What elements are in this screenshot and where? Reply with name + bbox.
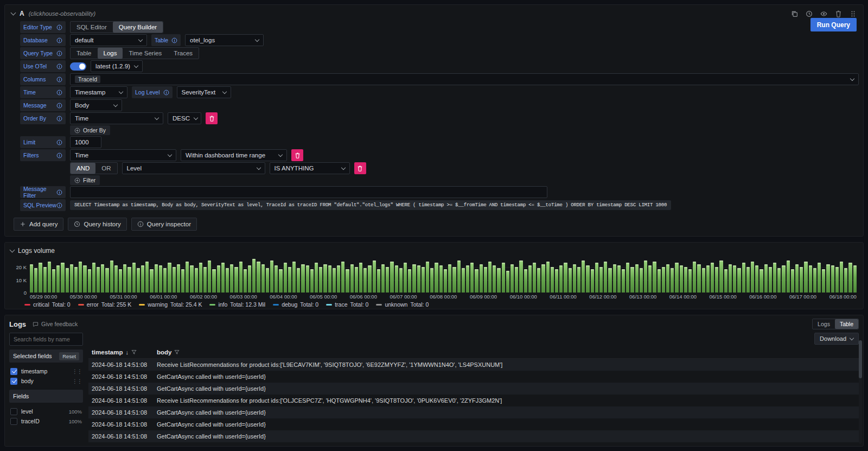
log-row[interactable]: 2024-06-18 14:51:08GetCartAsync called w… xyxy=(88,383,859,395)
field-traceid[interactable]: traceID 100% xyxy=(9,416,83,426)
order-direction-select[interactable]: DESC xyxy=(168,112,201,124)
volume-bar xyxy=(604,262,607,293)
view-toggle-logs[interactable]: Logs xyxy=(813,319,835,329)
add-order-by-button[interactable]: Order By xyxy=(70,125,110,135)
filter2-field-select[interactable]: Level xyxy=(122,162,265,174)
query-type-traces[interactable]: Traces xyxy=(168,48,199,59)
volume-bar xyxy=(577,267,580,293)
trash-icon xyxy=(357,166,363,171)
columns-multiselect[interactable]: TraceId xyxy=(70,73,859,85)
message-filter-input[interactable] xyxy=(70,186,547,198)
or-button[interactable]: OR xyxy=(95,163,117,174)
volume-bar xyxy=(782,265,785,293)
add-query-button[interactable]: Add query xyxy=(14,218,63,231)
volume-bar xyxy=(653,262,656,293)
legend-series-name: trace xyxy=(335,301,347,308)
add-filter-button[interactable]: Filter xyxy=(70,175,100,185)
volume-bar xyxy=(537,268,540,293)
log-timestamp-cell: 2024-06-18 14:51:08 xyxy=(88,373,157,380)
search-fields-input[interactable] xyxy=(9,333,83,346)
editor-type-row: Editor Type SQL Editor Query Builder xyxy=(20,21,859,33)
filter-funnel-icon[interactable] xyxy=(174,350,180,355)
query-history-button[interactable]: Query history xyxy=(68,218,126,231)
column-header-timestamp[interactable]: timestamp ↓ xyxy=(88,349,157,355)
sort-desc-icon[interactable]: ↓ xyxy=(126,349,129,355)
log-row[interactable]: 2024-06-18 14:51:08GetCartAsync called w… xyxy=(88,418,859,430)
columns-value-chip[interactable]: TraceId xyxy=(75,75,100,83)
otel-version-select[interactable]: latest (1.2.9) xyxy=(91,60,143,72)
and-button[interactable]: AND xyxy=(71,163,95,174)
drag-grip-icon[interactable]: ⋮⋮ xyxy=(72,378,82,384)
limit-input[interactable] xyxy=(70,136,101,148)
query-inspector-button[interactable]: Query inspector xyxy=(131,218,197,231)
query-type-table[interactable]: Table xyxy=(71,48,98,59)
checkbox-checked-icon[interactable] xyxy=(10,368,17,375)
comment-icon xyxy=(33,321,39,327)
legend-item-critical[interactable]: criticalTotal: 0 xyxy=(24,301,71,308)
log-row[interactable]: 2024-06-18 14:51:08Receive ListRecommend… xyxy=(88,359,859,371)
reset-fields-button[interactable]: Reset xyxy=(59,352,79,360)
editor-type-query-builder[interactable]: Query Builder xyxy=(113,22,163,33)
database-select[interactable]: default xyxy=(70,34,147,46)
drag-grip-icon[interactable]: ⋮⋮ xyxy=(72,369,82,374)
view-toggle-table[interactable]: Table xyxy=(835,319,858,329)
history-icon[interactable] xyxy=(806,10,813,17)
log-row[interactable]: 2024-06-18 14:51:08GetCartAsync called w… xyxy=(88,406,859,418)
hide-response-eye-icon[interactable] xyxy=(820,10,827,17)
selected-field-timestamp[interactable]: timestamp ⋮⋮ xyxy=(9,366,83,376)
log-row[interactable]: 2024-06-18 14:51:08Receive ListRecommend… xyxy=(88,395,859,406)
log-row[interactable]: 2024-06-18 14:51:08Receive ListRecommend… xyxy=(88,442,859,443)
scrollbar-thumb[interactable] xyxy=(859,340,862,378)
volume-bar xyxy=(648,265,652,293)
drag-handle-icon[interactable] xyxy=(850,10,857,17)
filter-funnel-icon[interactable] xyxy=(131,350,137,355)
volume-bar xyxy=(368,265,371,293)
run-query-button[interactable]: Run Query xyxy=(810,18,857,31)
use-otel-toggle[interactable] xyxy=(70,62,86,71)
legend-item-info[interactable]: infoTotal: 12.3 Mil xyxy=(209,301,265,308)
give-feedback-link[interactable]: Give feedback xyxy=(33,321,78,327)
download-button[interactable]: Download xyxy=(814,333,859,345)
time-column-select[interactable]: Timestamp xyxy=(70,86,127,98)
volume-bar xyxy=(826,264,829,293)
filter2-operator-select[interactable]: IS ANYTHING xyxy=(270,162,350,174)
log-body-cell: Receive ListRecommendations for product … xyxy=(157,397,859,404)
field-level[interactable]: level 100% xyxy=(9,406,83,416)
legend-item-warning[interactable]: warningTotal: 25.4 K xyxy=(139,301,202,308)
x-tick-label: 06/04 00:00 xyxy=(270,294,297,300)
column-header-body[interactable]: body xyxy=(157,349,859,355)
legend-item-trace[interactable]: traceTotal: 0 xyxy=(326,301,368,308)
legend-item-debug[interactable]: debugTotal: 0 xyxy=(273,301,318,308)
filter1-operator-select[interactable]: Within dashboard time range xyxy=(181,149,287,161)
collapse-chevron-icon[interactable] xyxy=(11,10,16,16)
legend-item-error[interactable]: errorTotal: 255 K xyxy=(78,301,132,308)
query-header-actions xyxy=(791,10,857,17)
query-type-logs[interactable]: Logs xyxy=(98,48,123,59)
order-by-field-select[interactable]: Time xyxy=(70,112,163,124)
duplicate-icon[interactable] xyxy=(791,10,798,17)
remove-query-trash-icon[interactable] xyxy=(835,10,842,17)
checkbox-checked-icon[interactable] xyxy=(10,378,17,385)
log-level-select[interactable]: SeverityText xyxy=(177,86,231,98)
logs-volume-header[interactable]: Logs volume xyxy=(10,246,858,256)
volume-bar xyxy=(181,269,184,293)
log-row[interactable]: 2024-06-18 14:51:08GetCartAsync called w… xyxy=(88,430,859,442)
remove-order-by-button[interactable] xyxy=(206,112,218,124)
x-tick-label: 05/29 00:00 xyxy=(30,294,57,300)
legend-item-unknown[interactable]: unknownTotal: 0 xyxy=(376,301,429,308)
checkbox-unchecked-icon[interactable] xyxy=(10,418,17,425)
editor-type-sql-editor[interactable]: SQL Editor xyxy=(71,22,113,33)
message-column-select[interactable]: Body xyxy=(70,99,122,111)
remove-filter2-button[interactable] xyxy=(354,162,366,174)
checkbox-unchecked-icon[interactable] xyxy=(10,408,17,415)
chevron-down-icon xyxy=(119,89,123,93)
volume-bar xyxy=(795,264,799,293)
filter1-field-select[interactable]: Time xyxy=(70,149,176,161)
scrollbar[interactable] xyxy=(859,340,862,444)
legend-series-name: critical xyxy=(33,301,49,308)
table-select[interactable]: otel_logs xyxy=(185,34,264,46)
log-row[interactable]: 2024-06-18 14:51:08GetCartAsync called w… xyxy=(88,371,859,383)
selected-field-body[interactable]: body ⋮⋮ xyxy=(9,376,83,386)
remove-filter1-button[interactable] xyxy=(291,149,303,161)
query-type-time-series[interactable]: Time Series xyxy=(123,48,168,59)
